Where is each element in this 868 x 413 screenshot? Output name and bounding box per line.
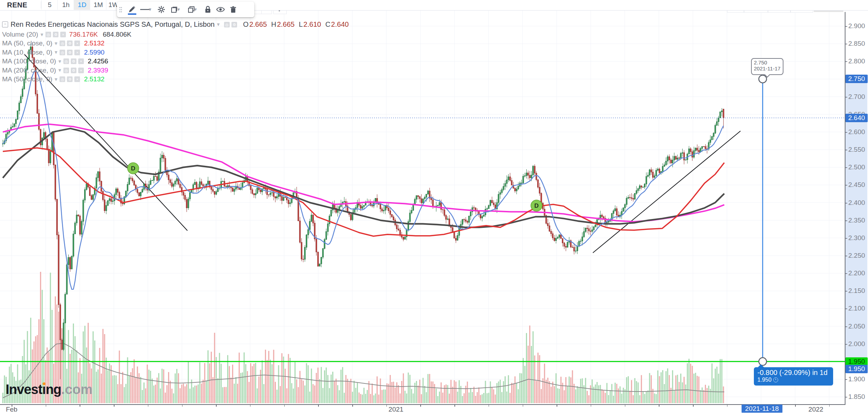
- ohlc-key: L: [299, 20, 303, 28]
- ma50-line: [3, 148, 724, 236]
- ma-label[interactable]: MA (10, close, 0): [2, 49, 52, 56]
- chevron-down-icon[interactable]: ▼: [216, 22, 221, 27]
- ohlc-key: O: [243, 20, 249, 28]
- chevron-down-icon[interactable]: ▼: [39, 32, 44, 37]
- chevron-down-icon[interactable]: ▼: [54, 41, 58, 46]
- ma-label[interactable]: MA (200, close, 0): [2, 67, 56, 74]
- eye-icon[interactable]: ◎: [63, 58, 69, 64]
- candlesticks: [2, 43, 724, 379]
- volume-indicator-label[interactable]: Volume (20): [2, 31, 38, 38]
- svg-text:D: D: [534, 202, 539, 209]
- ohlc-value: 2.665: [277, 20, 294, 28]
- svg-text:D: D: [131, 165, 135, 172]
- price-axis-label: 2.250: [848, 252, 865, 259]
- delete-button[interactable]: [227, 3, 240, 16]
- gear-icon[interactable]: ⚙: [71, 58, 76, 64]
- logo-text: Invest: [6, 382, 42, 397]
- eye-icon: [216, 7, 225, 12]
- ma-legend-row: MA (200, close, 0)▼◎⚙×2.3939: [2, 67, 108, 74]
- lock-button[interactable]: [202, 3, 214, 16]
- date-tick: [182, 404, 183, 407]
- date-tick: [318, 404, 319, 407]
- measure-result-box[interactable]: -0.800 (-29.09%) in 1d 1.950: [754, 367, 833, 386]
- eye-icon[interactable]: ◎: [45, 32, 51, 37]
- price-axis-label: 2.550: [848, 146, 865, 154]
- price-axis-label: 2.800: [848, 57, 865, 65]
- date-tick: [489, 404, 489, 407]
- ma-label[interactable]: MA (50, close, 0): [2, 75, 52, 83]
- volume-ma-value: 684.806K: [103, 31, 131, 38]
- ohlc-value: 2.610: [303, 20, 321, 28]
- close-icon[interactable]: ×: [74, 76, 80, 82]
- order-button[interactable]: ▼: [168, 3, 185, 16]
- date-tick: [454, 404, 455, 407]
- gear-icon[interactable]: ⚙: [71, 68, 76, 73]
- price-axis-label: 2.450: [848, 181, 865, 189]
- measure-top-price-badge: 2.750: [845, 75, 868, 83]
- ma-label[interactable]: MA (100, close, 0): [2, 57, 56, 65]
- gear-icon[interactable]: ⚙: [53, 32, 58, 37]
- chevron-down-icon[interactable]: ▼: [54, 50, 58, 55]
- eye-icon[interactable]: ◎: [224, 22, 230, 27]
- measure-start-tooltip[interactable]: 2.750 2021-11-17: [751, 58, 783, 75]
- ma-legend-row: MA (50, close, 0)▼◎⚙×2.5132: [2, 39, 105, 47]
- close-icon[interactable]: ×: [74, 50, 80, 55]
- dividend-marker: D: [531, 200, 542, 211]
- close-icon[interactable]: ×: [78, 58, 84, 64]
- close-icon[interactable]: ×: [74, 40, 80, 46]
- ma-label[interactable]: MA (50, close, 0): [2, 39, 52, 47]
- instrument-title[interactable]: Ren Redes Energeticas Nacionais SGPS SA,…: [11, 20, 215, 29]
- symbol-label[interactable]: RENE: [7, 0, 27, 10]
- chevron-down-icon: ▼: [176, 7, 181, 12]
- eye-icon[interactable]: ◎: [63, 68, 69, 73]
- drawing-toolbar: ▼ ▼ ▼: [117, 2, 254, 17]
- eye-icon[interactable]: ◎: [60, 40, 65, 46]
- ohlc-key: C: [325, 20, 330, 28]
- close-icon[interactable]: ×: [60, 32, 66, 37]
- trash-icon: [230, 6, 236, 13]
- clone-button[interactable]: ▼: [185, 3, 202, 16]
- eye-icon[interactable]: ◎: [60, 50, 65, 55]
- chevron-down-icon[interactable]: ▼: [57, 59, 62, 64]
- toolbar-drag-handle[interactable]: [119, 7, 124, 12]
- chart-application: RENE 5 1h 1D 1M 1W ▼: [0, 0, 868, 413]
- close-icon[interactable]: ×: [78, 68, 84, 73]
- date-tick: [284, 404, 285, 407]
- price-axis-label: 2.350: [848, 217, 865, 224]
- gear-icon[interactable]: ⚙: [67, 40, 73, 46]
- price-tick: [845, 26, 847, 27]
- ma-value: 2.4256: [88, 57, 108, 65]
- price-tick: [845, 238, 847, 239]
- ohlc-values: O2.665H2.665L2.610C2.640: [239, 20, 349, 29]
- date-axis-border: [0, 404, 845, 405]
- price-axis[interactable]: 2.9002.8502.8002.7502.7002.6502.6002.550…: [845, 10, 868, 404]
- gear-icon[interactable]: ⚙: [231, 22, 237, 27]
- logo-dotted-i: ı: [42, 382, 46, 397]
- eye-icon[interactable]: ◎: [60, 76, 65, 82]
- date-tick: [148, 404, 149, 407]
- price-axis-label: 1.850: [848, 393, 865, 401]
- timeframe-5m-button[interactable]: 5: [41, 0, 58, 10]
- gear-icon[interactable]: ⚙: [67, 76, 73, 82]
- date-tick: [795, 404, 796, 407]
- timeframe-1h-button[interactable]: 1h: [57, 0, 74, 10]
- measure-target-price: 1.950: [757, 377, 771, 383]
- collapse-legend-icon[interactable]: −: [2, 21, 8, 27]
- price-chart-canvas[interactable]: DD: [0, 0, 868, 413]
- drawing-settings-button[interactable]: [155, 3, 168, 16]
- price-axis-label: 2.100: [848, 305, 865, 312]
- date-axis[interactable]: Feb202120222021-11-18: [0, 404, 868, 413]
- chevron-down-icon[interactable]: ▼: [57, 68, 62, 73]
- price-tick: [845, 185, 847, 186]
- chevron-down-icon[interactable]: ▼: [54, 77, 58, 82]
- hide-button[interactable]: [214, 3, 227, 16]
- price-axis-label: 2.200: [848, 269, 865, 277]
- ma-legend-row: MA (10, close, 0)▼◎⚙×2.5990: [2, 49, 105, 56]
- timeframe-1d-button[interactable]: 1D: [74, 0, 90, 10]
- line-style-button[interactable]: ▼: [138, 3, 155, 16]
- draw-tool-button[interactable]: [125, 3, 138, 16]
- timeframe-1m-button[interactable]: 1M: [90, 0, 106, 10]
- price-tick: [845, 97, 847, 98]
- active-tool-indicator: [128, 13, 136, 15]
- gear-icon[interactable]: ⚙: [67, 50, 73, 55]
